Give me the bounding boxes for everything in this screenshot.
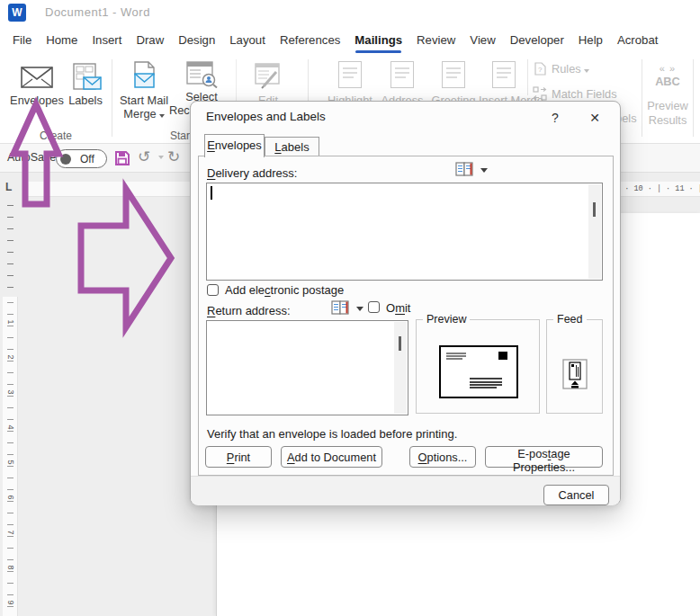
ribbon-tab[interactable]: Layout: [229, 33, 265, 47]
vruler-number: 2: [4, 354, 15, 359]
scrollbar-thumb[interactable]: [593, 202, 596, 217]
ribbon-tab[interactable]: Home: [46, 33, 77, 47]
add-electronic-postage-label[interactable]: Add electronic postage: [225, 283, 344, 297]
group-separator: [112, 59, 112, 137]
undo-dropdown-caret-icon[interactable]: [158, 156, 164, 159]
start-mail-merge-label-1: Start Mail: [119, 94, 169, 107]
dialog-title: Envelopes and Labels: [206, 110, 326, 123]
preview-results-abc-icon: ABC: [644, 75, 691, 88]
match-fields-label: Match Fields: [552, 87, 617, 101]
ribbon-tab[interactable]: Insert: [92, 33, 121, 47]
tab-stop-selector[interactable]: L: [5, 181, 12, 193]
delivery-address-book-button[interactable]: [455, 162, 495, 180]
vertical-ruler-margin: [3, 200, 18, 297]
start-mail-merge-button[interactable]: Start Mail Merge: [119, 58, 169, 140]
labels-label: Labels: [65, 94, 106, 107]
vruler-number: 6: [4, 495, 15, 499]
scrollbar-thumb[interactable]: [399, 336, 401, 351]
dialog-footer: Cancel: [191, 476, 620, 505]
envelopes-and-labels-dialog: Envelopes and Labels ? ✕ Envelopes Label…: [190, 101, 621, 505]
help-button[interactable]: ?: [545, 108, 565, 128]
group-separator: [527, 59, 528, 95]
omit-label[interactable]: Omit: [386, 301, 410, 315]
add-electronic-postage-checkbox[interactable]: [207, 284, 219, 296]
highlight-merge-fields-icon: [338, 61, 362, 88]
preview-results-button[interactable]: « » ABC Preview Results: [644, 58, 691, 140]
scrollbar-track[interactable]: [588, 184, 601, 279]
svg-text:?: ?: [538, 66, 543, 74]
options-button[interactable]: Options...: [409, 446, 476, 468]
preview-results-label-2: Results: [644, 113, 691, 127]
omit-checkbox[interactable]: [368, 301, 380, 313]
cancel-button[interactable]: Cancel: [543, 485, 609, 505]
start-mail-merge-icon: [130, 61, 159, 91]
close-icon[interactable]: ✕: [585, 108, 605, 128]
horizontal-ruler-marks: | · 10 · | · 11 · | ·: [615, 184, 700, 193]
title-bar: W Document1 - Word: [0, 0, 700, 25]
envelopes-button[interactable]: Envelopes: [9, 58, 65, 140]
tab-labels[interactable]: Labels: [265, 137, 319, 156]
feed-method-graphic: [562, 359, 588, 389]
address-block-icon: [390, 61, 414, 88]
preview-group: Preview: [416, 319, 540, 414]
window-title: Document1 - Word: [45, 5, 150, 19]
group-separator: [693, 59, 694, 137]
word-app-icon[interactable]: W: [8, 4, 26, 22]
dropdown-caret-icon: [159, 114, 165, 118]
dropdown-caret-icon: [584, 69, 589, 73]
return-address-book-button[interactable]: [331, 300, 371, 318]
preview-results-label-1: Preview: [644, 99, 691, 112]
vertical-ruler-scale: 123456789: [3, 297, 18, 616]
ribbon-tab[interactable]: View: [470, 33, 495, 47]
vruler-number: 7: [4, 530, 15, 534]
envelope-preview-graphic: [439, 345, 518, 398]
rules-button[interactable]: ? Rules: [534, 61, 633, 77]
envelopes-tab-panel: Delivery address: Add electronic postage: [198, 156, 614, 476]
ribbon-tab[interactable]: Help: [579, 33, 603, 47]
rules-icon: ?: [534, 62, 546, 76]
delivery-address-input[interactable]: [206, 183, 603, 281]
select-recipients-icon: [186, 61, 219, 88]
toggle-knob-icon: [60, 154, 71, 165]
autosave-toggle[interactable]: Off: [56, 149, 107, 168]
vruler-number: 9: [4, 600, 15, 604]
preview-results-chevrons-icon: « »: [644, 63, 691, 74]
labels-button[interactable]: Labels: [65, 58, 106, 140]
ribbon-tab[interactable]: Draw: [136, 33, 164, 47]
ribbon-tab[interactable]: Acrobat: [617, 33, 658, 47]
vruler-number: 3: [4, 389, 15, 394]
ribbon-tab[interactable]: Review: [417, 33, 455, 47]
add-to-document-button[interactable]: Add to Document: [281, 446, 382, 468]
return-address-label: Return address:: [207, 304, 291, 317]
match-fields-icon: [533, 86, 547, 101]
edit-recipient-list-icon: [255, 63, 282, 90]
match-fields-button[interactable]: Match Fields: [533, 85, 632, 102]
start-mail-merge-label-2: Merge: [119, 107, 169, 121]
scrollbar-track[interactable]: [394, 322, 407, 414]
ribbon-tab[interactable]: References: [280, 33, 340, 47]
autosave-state: Off: [80, 153, 94, 165]
envelope-icon: [21, 67, 53, 88]
vertical-ruler[interactable]: 123456789: [3, 200, 18, 616]
text-cursor: [211, 186, 212, 200]
return-address-input[interactable]: [206, 320, 408, 415]
insert-merge-field-icon: [492, 61, 516, 88]
delivery-address-label: Delivery address:: [207, 166, 297, 180]
save-icon[interactable]: [114, 150, 130, 166]
vruler-number: 4: [4, 424, 15, 429]
ribbon-tab[interactable]: Design: [178, 33, 215, 47]
redo-icon[interactable]: ↻: [167, 147, 180, 166]
address-book-caret-icon: [356, 307, 363, 311]
address-book-icon: [331, 300, 350, 316]
verify-message: Verify that an envelope is loaded before…: [207, 427, 457, 441]
envelopes-label: Envelopes: [9, 94, 65, 107]
print-button[interactable]: Print: [205, 446, 272, 468]
epostage-properties-button[interactable]: E-postage Properties...: [485, 446, 603, 468]
tab-envelopes[interactable]: Envelopes: [204, 134, 265, 157]
undo-icon[interactable]: ↺: [138, 147, 150, 166]
ribbon-tab[interactable]: Developer: [510, 33, 564, 47]
ribbon-tab[interactable]: File: [13, 33, 31, 47]
greeting-line-icon: [442, 61, 465, 88]
ribbon-tab[interactable]: Mailings: [354, 33, 402, 47]
feed-group: Feed: [546, 319, 603, 414]
